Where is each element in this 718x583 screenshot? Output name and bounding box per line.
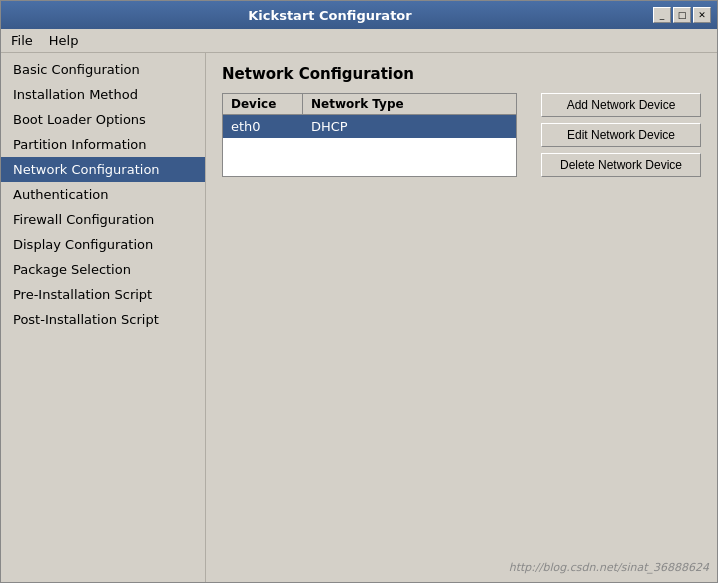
menu-file[interactable]: File [5, 31, 39, 50]
title-bar: Kickstart Configurator _ □ ✕ [1, 1, 717, 29]
sidebar-item-authentication[interactable]: Authentication [1, 182, 205, 207]
sidebar-item-pre-installation-script[interactable]: Pre-Installation Script [1, 282, 205, 307]
sidebar-item-post-installation-script[interactable]: Post-Installation Script [1, 307, 205, 332]
section-title: Network Configuration [222, 65, 701, 83]
cell-network-type: DHCP [303, 115, 516, 138]
sidebar: Basic Configuration Installation Method … [1, 53, 206, 582]
sidebar-item-installation-method[interactable]: Installation Method [1, 82, 205, 107]
column-header-device: Device [223, 94, 303, 114]
close-button[interactable]: ✕ [693, 7, 711, 23]
title-bar-controls: _ □ ✕ [653, 7, 711, 23]
sidebar-item-network-configuration[interactable]: Network Configuration [1, 157, 205, 182]
delete-network-device-button[interactable]: Delete Network Device [541, 153, 701, 177]
sidebar-item-display-configuration[interactable]: Display Configuration [1, 232, 205, 257]
menu-bar: File Help [1, 29, 717, 53]
add-network-device-button[interactable]: Add Network Device [541, 93, 701, 117]
sidebar-item-boot-loader-options[interactable]: Boot Loader Options [1, 107, 205, 132]
cell-device: eth0 [223, 115, 303, 138]
main-content: Network Configuration Device Network Typ… [206, 53, 717, 582]
network-table: Device Network Type eth0 DHCP [222, 93, 517, 177]
window-title: Kickstart Configurator [7, 8, 653, 23]
sidebar-item-basic-configuration[interactable]: Basic Configuration [1, 57, 205, 82]
table-body: eth0 DHCP [223, 115, 516, 138]
watermark: http://blog.csdn.net/sinat_36888624 [509, 561, 709, 574]
buttons-panel: Add Network Device Edit Network Device D… [541, 93, 701, 177]
sidebar-item-package-selection[interactable]: Package Selection [1, 257, 205, 282]
edit-network-device-button[interactable]: Edit Network Device [541, 123, 701, 147]
minimize-button[interactable]: _ [653, 7, 671, 23]
table-header: Device Network Type [223, 94, 516, 115]
sidebar-item-partition-information[interactable]: Partition Information [1, 132, 205, 157]
maximize-button[interactable]: □ [673, 7, 691, 23]
network-panel: Device Network Type eth0 DHCP Add Networ… [222, 93, 701, 177]
table-row[interactable]: eth0 DHCP [223, 115, 516, 138]
sidebar-item-firewall-configuration[interactable]: Firewall Configuration [1, 207, 205, 232]
main-window: Kickstart Configurator _ □ ✕ File Help B… [0, 0, 718, 583]
menu-help[interactable]: Help [43, 31, 85, 50]
column-header-network-type: Network Type [303, 94, 516, 114]
content-area: Basic Configuration Installation Method … [1, 53, 717, 582]
